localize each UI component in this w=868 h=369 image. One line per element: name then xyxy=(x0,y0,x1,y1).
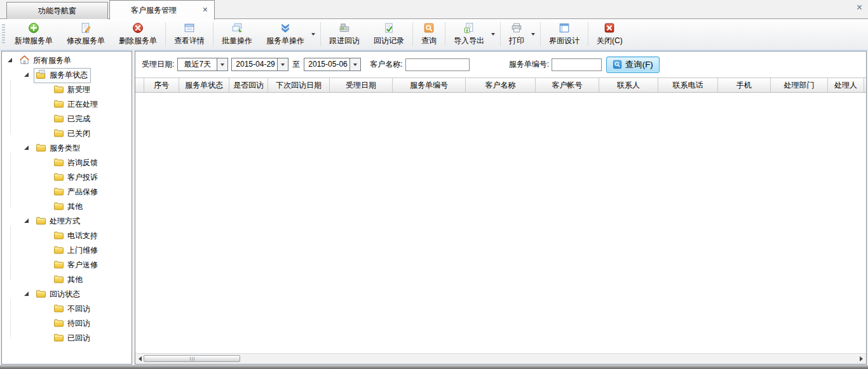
folder-icon xyxy=(36,142,46,155)
visit-record-button[interactable]: 回访记录 xyxy=(367,20,411,48)
batch-ops-button[interactable]: 批量操作 xyxy=(215,20,259,48)
tree-item-visit-status[interactable]: 回访状态 xyxy=(24,287,132,302)
search-icon xyxy=(423,22,435,34)
tab-strip: 功能导航窗 客户服务管理 × × xyxy=(0,0,868,19)
tree-item-new-accepted[interactable]: 新受理 xyxy=(40,83,132,97)
folder-icon xyxy=(53,230,64,243)
order-list-panel: 受理日期: 最近7天 2015-04-29 至 2015-05-06 客户名称:… xyxy=(135,51,867,365)
tree-item-visited[interactable]: 已回访 xyxy=(40,331,132,346)
column-header-accept-date[interactable]: 受理日期 xyxy=(330,78,393,92)
dropdown-arrow-icon[interactable] xyxy=(491,33,495,36)
query-toolbar-button[interactable]: 查询 xyxy=(414,20,444,48)
print-icon xyxy=(511,22,522,34)
service-order-tree: 所有服务单 服务单状态 新受理 正在处理 已完成 已关闭 服务类型 xyxy=(2,51,132,346)
order-number-input[interactable] xyxy=(552,58,602,71)
column-header-customer[interactable]: 客户名称 xyxy=(466,78,536,92)
column-header-order-no[interactable]: 服务单编号 xyxy=(393,78,466,92)
chevron-down-icon[interactable] xyxy=(277,58,288,70)
customer-name-input[interactable] xyxy=(405,58,470,71)
sidebar-tree-panel: 所有服务单 服务单状态 新受理 正在处理 已完成 已关闭 服务类型 xyxy=(1,51,132,365)
import-export-button[interactable]: 导入导出 xyxy=(447,22,491,47)
tab-nav-window[interactable]: 功能导航窗 xyxy=(6,2,108,19)
follow-up-phone-icon xyxy=(339,22,350,34)
tree-item-phone-support[interactable]: 电话支持 xyxy=(40,229,132,243)
column-header-seq[interactable]: 序号 xyxy=(144,78,179,92)
grid-body-empty[interactable] xyxy=(135,93,866,353)
tree-item-completed[interactable]: 已完成 xyxy=(40,112,132,126)
folder-icon xyxy=(53,332,64,345)
tree-item-pending-visit[interactable]: 待回访 xyxy=(40,316,132,331)
expander-icon[interactable] xyxy=(24,145,29,150)
column-header-mobile[interactable]: 手机 xyxy=(718,78,771,92)
view-details-button[interactable]: 查看详情 xyxy=(167,20,212,48)
tab-label: 功能导航窗 xyxy=(38,6,76,17)
home-icon xyxy=(19,55,30,67)
tree-item-consult-feedback[interactable]: 咨询反馈 xyxy=(40,156,132,170)
scroll-left-icon[interactable] xyxy=(139,356,142,361)
date-range-select[interactable]: 最近7天 xyxy=(177,58,228,71)
date-from-select[interactable]: 2015-04-29 xyxy=(231,58,288,71)
dropdown-arrow-icon[interactable] xyxy=(311,33,315,36)
column-header-handler[interactable]: 处理人 xyxy=(828,78,864,92)
column-header-filler xyxy=(864,78,866,92)
chevron-down-icon[interactable] xyxy=(217,58,227,70)
folder-icon xyxy=(53,113,64,126)
service-ops-button[interactable]: 服务单操作 xyxy=(259,22,311,47)
delete-order-button[interactable]: 删除服务单 xyxy=(112,20,164,48)
column-header-status[interactable]: 服务单状态 xyxy=(179,78,229,92)
tree-item-warranty[interactable]: 产品保修 xyxy=(40,185,132,199)
folder-icon xyxy=(36,215,46,228)
column-header-account[interactable]: 客户帐号 xyxy=(536,78,599,92)
toolbar-separator xyxy=(320,22,321,46)
dropdown-arrow-icon[interactable] xyxy=(531,33,535,36)
folder-icon xyxy=(53,98,64,111)
scroll-right-icon[interactable] xyxy=(860,356,863,361)
tree-item-all-orders[interactable]: 所有服务单 xyxy=(7,53,132,68)
toolbar-separator xyxy=(213,22,214,46)
tree-item-onsite-repair[interactable]: 上门维修 xyxy=(40,243,132,258)
tree-item-order-status[interactable]: 服务单状态 xyxy=(24,68,132,83)
tab-close-icon[interactable]: × xyxy=(203,5,208,14)
column-header-phone[interactable]: 联系电话 xyxy=(658,78,718,92)
column-header-contact[interactable]: 联系人 xyxy=(599,78,658,92)
tree-item-send-repair[interactable]: 客户送修 xyxy=(40,258,132,272)
column-header-dept[interactable]: 处理部门 xyxy=(771,78,828,92)
add-order-button[interactable]: 新增服务单 xyxy=(8,20,60,48)
column-header-visited[interactable]: 是否回访 xyxy=(229,78,268,92)
tab-label: 客户服务管理 xyxy=(131,5,177,16)
tree-item-handle-method[interactable]: 处理方式 xyxy=(24,214,132,229)
tree-item-other-type[interactable]: 其他 xyxy=(40,199,132,214)
tab-customer-service[interactable]: 客户服务管理 × xyxy=(109,0,215,20)
edit-order-button[interactable]: 修改服务单 xyxy=(60,20,112,48)
query-button[interactable]: 查询(F) xyxy=(606,57,660,73)
order-number-label: 服务单编号: xyxy=(509,59,549,70)
expander-icon[interactable] xyxy=(8,58,12,62)
toolbar-separator xyxy=(540,22,541,46)
window-close-icon[interactable]: × xyxy=(857,3,862,13)
column-header-next-visit[interactable]: 下次回访日期 xyxy=(268,78,330,92)
expander-icon[interactable] xyxy=(24,218,29,223)
close-button[interactable]: 关闭(C) xyxy=(590,20,630,48)
horizontal-scrollbar[interactable] xyxy=(135,353,866,364)
batch-ops-icon xyxy=(231,22,243,34)
tree-item-no-visit[interactable]: 不回访 xyxy=(40,302,132,316)
folder-icon xyxy=(53,303,64,316)
scrollbar-thumb[interactable] xyxy=(144,355,240,362)
tree-item-complaint[interactable]: 客户投诉 xyxy=(40,170,132,185)
add-icon xyxy=(28,22,39,34)
toolbar-separator xyxy=(165,22,166,46)
tree-item-service-type[interactable]: 服务类型 xyxy=(24,141,132,156)
follow-up-button[interactable]: 跟进回访 xyxy=(322,20,367,48)
import-export-icon xyxy=(463,22,475,34)
tree-item-processing[interactable]: 正在处理 xyxy=(40,97,132,112)
toolbar-grip-handle[interactable] xyxy=(2,24,5,44)
date-filter-label: 受理日期: xyxy=(142,59,174,70)
tree-item-closed[interactable]: 已关闭 xyxy=(40,126,132,141)
tree-item-other-method[interactable]: 其他 xyxy=(40,272,132,287)
date-to-select[interactable]: 2015-05-06 xyxy=(304,58,361,71)
ui-design-button[interactable]: 界面设计 xyxy=(542,20,587,48)
expander-icon[interactable] xyxy=(24,72,29,77)
print-button[interactable]: 打印 xyxy=(502,22,531,47)
expander-icon[interactable] xyxy=(24,292,29,296)
chevron-down-icon[interactable] xyxy=(349,58,360,70)
